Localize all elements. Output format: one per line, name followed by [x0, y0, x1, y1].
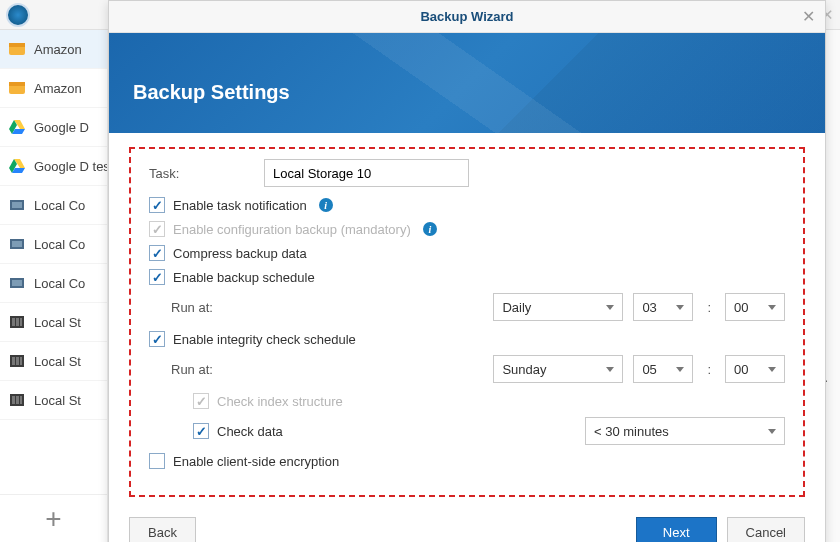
settings-highlight-box: Task: Enable task notification i Enable …: [129, 147, 805, 497]
backup-wizard-modal: Backup Wizard ✕ Backup Settings Task: En…: [108, 0, 826, 542]
svg-rect-19: [20, 318, 22, 326]
sidebar-item-gdrive-1[interactable]: Google D: [0, 108, 107, 147]
chevron-down-icon: [768, 429, 776, 434]
time-colon: :: [707, 300, 711, 315]
run-at-label: Run at:: [171, 300, 256, 315]
svg-rect-11: [12, 202, 22, 208]
back-button[interactable]: Back: [129, 517, 196, 542]
sidebar-item-label: Local St: [34, 354, 81, 369]
modal-titlebar: Backup Wizard ✕: [109, 1, 825, 33]
client-encryption-checkbox[interactable]: [149, 453, 165, 469]
add-task-button[interactable]: +: [0, 494, 107, 542]
chevron-down-icon: [606, 367, 614, 372]
local-icon: [8, 235, 26, 253]
compress-label: Compress backup data: [173, 246, 307, 261]
modal-close-button[interactable]: ✕: [802, 7, 815, 26]
amazon-icon: [8, 40, 26, 58]
compress-checkbox[interactable]: [149, 245, 165, 261]
modal-footer: Back Next Cancel: [109, 507, 825, 542]
sidebar-item-label: Local Co: [34, 237, 85, 252]
sidebar-item-label: Local Co: [34, 276, 85, 291]
sidebar-item-storage-2[interactable]: Local St: [0, 342, 107, 381]
gdrive-icon: [8, 157, 26, 175]
cancel-button[interactable]: Cancel: [727, 517, 805, 542]
backup-frequency-select[interactable]: Daily: [493, 293, 623, 321]
chevron-down-icon: [676, 305, 684, 310]
sidebar-item-gdrive-2[interactable]: Google D test: [0, 147, 107, 186]
svg-rect-26: [16, 396, 19, 404]
svg-rect-17: [12, 318, 15, 326]
client-encryption-label: Enable client-side encryption: [173, 454, 339, 469]
enable-integrity-checkbox[interactable]: [149, 331, 165, 347]
enable-schedule-checkbox[interactable]: [149, 269, 165, 285]
check-index-label: Check index structure: [217, 394, 343, 409]
sidebar-item-local-2[interactable]: Local Co: [0, 225, 107, 264]
next-button[interactable]: Next: [636, 517, 717, 542]
nas-icon: [8, 391, 26, 409]
svg-rect-13: [12, 241, 22, 247]
modal-title: Backup Wizard: [420, 9, 513, 24]
svg-rect-25: [12, 396, 15, 404]
svg-rect-27: [20, 396, 22, 404]
sidebar-item-label: Google D test: [34, 159, 108, 174]
svg-rect-18: [16, 318, 19, 326]
sidebar-item-amazon-2[interactable]: Amazon: [0, 69, 107, 108]
gdrive-icon: [8, 118, 26, 136]
nas-icon: [8, 313, 26, 331]
local-icon: [8, 274, 26, 292]
enable-integrity-label: Enable integrity check schedule: [173, 332, 356, 347]
sidebar-item-label: Local Co: [34, 198, 85, 213]
chevron-down-icon: [768, 367, 776, 372]
enable-schedule-label: Enable backup schedule: [173, 270, 315, 285]
chevron-down-icon: [768, 305, 776, 310]
enable-config-backup-checkbox: [149, 221, 165, 237]
integrity-minute-select[interactable]: 00: [725, 355, 785, 383]
sidebar-item-local-3[interactable]: Local Co: [0, 264, 107, 303]
local-icon: [8, 196, 26, 214]
svg-rect-22: [16, 357, 19, 365]
svg-rect-21: [12, 357, 15, 365]
sidebar-item-label: Local St: [34, 393, 81, 408]
sidebar-item-label: Local St: [34, 315, 81, 330]
enable-notification-checkbox[interactable]: [149, 197, 165, 213]
sidebar: Amazon Amazon Google D Google D test Loc…: [0, 30, 108, 542]
sidebar-item-storage-1[interactable]: Local St: [0, 303, 107, 342]
time-colon: :: [707, 362, 711, 377]
sidebar-item-storage-3[interactable]: Local St: [0, 381, 107, 420]
svg-rect-15: [12, 280, 22, 286]
enable-notification-label: Enable task notification: [173, 198, 307, 213]
sidebar-item-label: Amazon: [34, 81, 82, 96]
check-data-checkbox[interactable]: [193, 423, 209, 439]
amazon-icon: [8, 79, 26, 97]
run-at-label: Run at:: [171, 362, 256, 377]
nas-icon: [8, 352, 26, 370]
integrity-hour-select[interactable]: 05: [633, 355, 693, 383]
enable-config-backup-label: Enable configuration backup (mandatory): [173, 222, 411, 237]
check-data-duration-select[interactable]: < 30 minutes: [585, 417, 785, 445]
svg-rect-1: [9, 43, 25, 47]
svg-rect-3: [9, 82, 25, 86]
app-logo-icon: [6, 3, 30, 27]
chevron-down-icon: [606, 305, 614, 310]
backup-minute-select[interactable]: 00: [725, 293, 785, 321]
sidebar-item-amazon-1[interactable]: Amazon: [0, 30, 107, 69]
info-icon[interactable]: i: [319, 198, 333, 212]
check-data-label: Check data: [217, 424, 283, 439]
sidebar-item-label: Amazon: [34, 42, 82, 57]
svg-rect-23: [20, 357, 22, 365]
backup-hour-select[interactable]: 03: [633, 293, 693, 321]
modal-banner: Backup Settings: [109, 33, 825, 133]
modal-heading: Backup Settings: [133, 81, 290, 104]
task-name-input[interactable]: [264, 159, 469, 187]
integrity-frequency-select[interactable]: Sunday: [493, 355, 623, 383]
task-label: Task:: [149, 166, 264, 181]
sidebar-item-label: Google D: [34, 120, 89, 135]
info-icon[interactable]: i: [423, 222, 437, 236]
chevron-down-icon: [676, 367, 684, 372]
sidebar-item-local-1[interactable]: Local Co: [0, 186, 107, 225]
check-index-checkbox: [193, 393, 209, 409]
